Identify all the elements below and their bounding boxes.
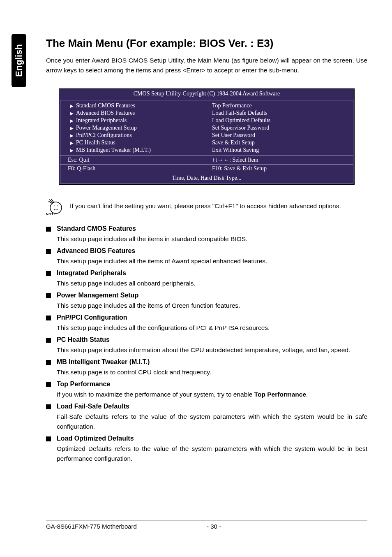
bios-menu-item: ▶Advanced BIOS Features: [68, 109, 209, 117]
bios-menu-label: Set User Password: [212, 132, 255, 139]
section-heading: Load Fail-Safe Defaults: [46, 403, 367, 410]
bios-right-column: Top PerformanceLoad Fail-Safe DefaultsLo…: [209, 100, 353, 155]
section-description: This setup page includes information abo…: [57, 345, 367, 355]
section-heading: Top Performance: [46, 381, 367, 388]
bios-body: ▶Standard CMOS Features▶Advanced BIOS Fe…: [60, 100, 353, 183]
bullet-square-icon: [46, 227, 51, 232]
bullet-square-icon: [46, 293, 51, 298]
bios-menu-item: Top Performance: [212, 102, 353, 109]
bios-menu-label: PnP/PCI Configurations: [76, 132, 132, 139]
section: PC Health StatusThis setup page includes…: [46, 336, 367, 355]
section-title: Load Optimized Defaults: [57, 435, 134, 442]
bullet-square-icon: [46, 316, 51, 320]
language-tab: English: [12, 34, 26, 87]
bios-menu-label: Exit Without Saving: [212, 147, 259, 153]
bullet-square-icon: [46, 338, 51, 343]
bios-f10-hint: F10: Save & Exit Setup: [209, 165, 353, 172]
bios-menu-item: Save & Exit Setup: [212, 139, 353, 146]
section-heading: PnP/PCI Configuration: [46, 314, 367, 321]
bios-menu-label: MB Intelligent Tweaker (M.I.T.): [76, 147, 151, 153]
section-heading: Load Optimized Defaults: [46, 435, 367, 442]
bios-esc-hint: Esc: Quit: [60, 157, 209, 163]
bios-menu-item: ▶PnP/PCI Configurations: [68, 132, 209, 139]
submenu-triangle-icon: ▶: [68, 104, 76, 108]
note-text: If you can't find the setting you want, …: [70, 201, 367, 211]
section-heading: Standard CMOS Features: [46, 225, 367, 232]
section-heading: Power Management Setup: [46, 292, 367, 299]
submenu-triangle-icon: ▶: [68, 126, 76, 130]
bios-arrows-hint: ↑↓→←: Select Item: [209, 157, 353, 163]
submenu-triangle-icon: ▶: [68, 133, 76, 138]
section-description: Fail-Safe Defaults refers to the value o…: [57, 412, 367, 432]
bullet-square-icon: [46, 360, 51, 365]
section-title: PC Health Status: [57, 336, 110, 343]
bios-menu-item: Load Fail-Safe Defaults: [212, 109, 353, 117]
section-title: Power Management Setup: [57, 292, 138, 299]
section-description: This setup page includes all the configu…: [57, 323, 367, 333]
bios-footer-row-1: Esc: Quit ↑↓→←: Select Item: [60, 155, 353, 164]
section: Top PerformanceIf you wish to maximize t…: [46, 381, 367, 399]
svg-point-0: [50, 202, 62, 214]
bios-menu-label: Load Fail-Safe Defaults: [212, 110, 267, 116]
bios-menu-item: Set Supervisor Password: [212, 124, 353, 132]
section: Load Fail-Safe DefaultsFail-Safe Default…: [46, 403, 367, 432]
bios-menu-label: PC Health Status: [76, 139, 115, 146]
bios-menu-label: Save & Exit Setup: [212, 139, 255, 146]
bios-left-column: ▶Standard CMOS Features▶Advanced BIOS Fe…: [60, 100, 209, 155]
note-block: NOTE If you can't find the setting you w…: [46, 197, 367, 215]
bios-menu-item: ▶Integrated Peripherals: [68, 117, 209, 124]
page-content: The Main Menu (For example: BIOS Ver. : …: [46, 37, 367, 467]
bullet-square-icon: [46, 249, 51, 254]
section-title: Integrated Peripherals: [57, 269, 126, 277]
bios-menu-item: ▶PC Health Status: [68, 139, 209, 146]
section: Load Optimized DefaultsOptimized Default…: [46, 435, 367, 464]
page-footer: GA-8S661FXM-775 Motherboard - 30 -: [46, 520, 367, 530]
bios-menu-item: ▶Power Management Setup: [68, 124, 209, 132]
section-title: Advanced BIOS Features: [57, 247, 135, 255]
bullet-square-icon: [46, 382, 51, 387]
section-title: PnP/PCI Configuration: [57, 314, 127, 321]
section-description: This setup page includes all the items o…: [57, 256, 367, 266]
note-icon: NOTE: [46, 197, 64, 215]
bios-menu-label: Integrated Peripherals: [76, 117, 127, 124]
section-title: Standard CMOS Features: [57, 225, 136, 232]
section-heading: Advanced BIOS Features: [46, 247, 367, 255]
intro-paragraph: Once you enter Award BIOS CMOS Setup Uti…: [46, 56, 367, 75]
bios-menu-label: Top Performance: [212, 102, 252, 109]
bios-menu-label: Load Optimized Defaults: [212, 117, 270, 124]
section: Standard CMOS FeaturesThis setup page in…: [46, 225, 367, 244]
section-description: Optimized Defaults refers to the value o…: [57, 444, 367, 464]
section-description: This setup page includes all the items i…: [57, 234, 367, 244]
section: PnP/PCI ConfigurationThis setup page inc…: [46, 314, 367, 333]
section-title: Top Performance: [57, 381, 110, 388]
page-title: The Main Menu (For example: BIOS Ver. : …: [46, 37, 367, 50]
section: Advanced BIOS FeaturesThis setup page in…: [46, 247, 367, 266]
footer-model: GA-8S661FXM-775 Motherboard: [46, 523, 207, 530]
bios-menu-item: ▶MB Intelligent Tweaker (M.I.T.): [68, 146, 209, 154]
language-tab-label: English: [14, 44, 24, 77]
section-heading: PC Health Status: [46, 336, 367, 343]
bios-help-line: Time, Date, Hard Disk Type...: [60, 173, 353, 183]
bios-menu-label: Power Management Setup: [76, 125, 137, 131]
bios-menu-item: Exit Without Saving: [212, 146, 353, 154]
submenu-triangle-icon: ▶: [68, 111, 76, 116]
bullet-square-icon: [46, 404, 51, 409]
bios-menu-item: ▶Standard CMOS Features: [68, 102, 209, 109]
section: Integrated PeripheralsThis setup page in…: [46, 269, 367, 288]
footer-page-number: - 30 -: [207, 523, 367, 530]
bios-menu-item: Load Optimized Defaults: [212, 117, 353, 124]
bios-title: CMOS Setup Utility-Copyright (C) 1984-20…: [59, 89, 354, 99]
sections-list: Standard CMOS FeaturesThis setup page in…: [46, 225, 367, 464]
submenu-triangle-icon: ▶: [68, 118, 76, 123]
submenu-triangle-icon: ▶: [68, 141, 76, 145]
section-heading: Integrated Peripherals: [46, 269, 367, 277]
section: Power Management SetupThis setup page in…: [46, 292, 367, 311]
note-label: NOTE: [46, 212, 56, 216]
section-description: If you wish to maximize the performance …: [57, 390, 367, 399]
bios-menu-label: Standard CMOS Features: [76, 102, 135, 109]
bios-f8-hint: F8: Q-Flash: [60, 165, 209, 172]
bullet-square-icon: [46, 436, 51, 441]
bullet-square-icon: [46, 271, 51, 276]
bios-menu-label: Advanced BIOS Features: [76, 110, 135, 116]
bios-menu-item: Set User Password: [212, 132, 353, 139]
